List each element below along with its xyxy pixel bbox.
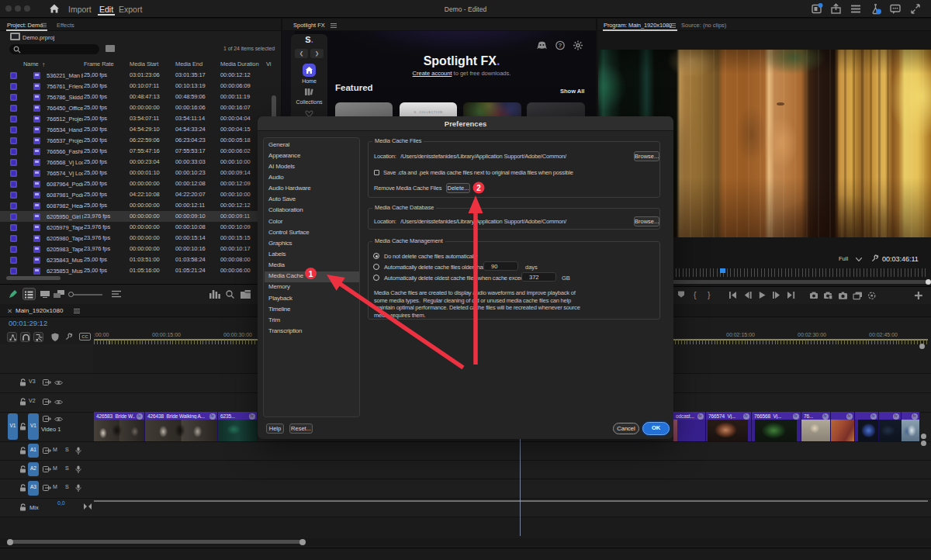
svg-text:1: 1 [309, 270, 313, 278]
svg-text:2: 2 [476, 184, 481, 192]
